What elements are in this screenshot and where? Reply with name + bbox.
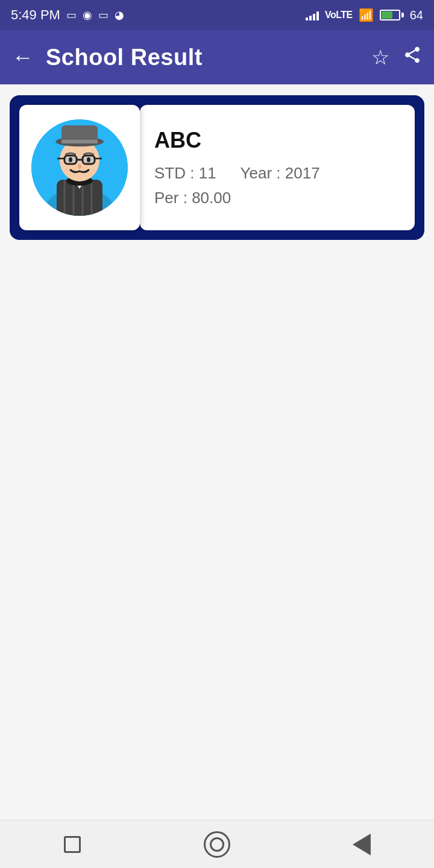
battery-percent: 64	[410, 8, 423, 22]
detail-row-1: STD : 11 Year : 2017	[154, 164, 400, 183]
status-bar: 5:49 PM ▭ ◉ ▭ ◕ VoLTE 📶 64	[0, 0, 434, 30]
wifi-icon: 📶	[359, 8, 374, 22]
back-button[interactable]: ←	[12, 45, 34, 70]
page-title: School Result	[46, 45, 359, 71]
svg-point-22	[87, 157, 90, 162]
svg-point-21	[69, 157, 72, 162]
recent-icon	[64, 836, 81, 853]
home-icon-inner	[210, 837, 224, 852]
battery-icon	[380, 10, 404, 20]
avatar	[31, 119, 128, 216]
app-bar-actions: ☆	[371, 45, 422, 69]
back-icon	[353, 834, 371, 855]
student-card[interactable]: ABC STD : 11 Year : 2017 Per : 80.00	[10, 95, 424, 240]
signal-icon	[306, 10, 319, 20]
nav-recent-button[interactable]	[48, 829, 96, 860]
screen-icon-1: ▭	[66, 8, 77, 22]
status-left: 5:49 PM ▭ ◉ ▭ ◕	[11, 7, 124, 23]
card-info: ABC STD : 11 Year : 2017 Per : 80.00	[140, 105, 415, 230]
home-icon	[204, 831, 230, 858]
favorite-button[interactable]: ☆	[371, 45, 389, 69]
student-std: STD : 11	[154, 164, 216, 183]
status-right: VoLTE 📶 64	[306, 8, 423, 22]
nav-home-button[interactable]	[193, 829, 241, 860]
lte-icon: VoLTE	[325, 10, 353, 20]
nav-back-button[interactable]	[338, 829, 386, 860]
app-bar: ← School Result ☆	[0, 30, 434, 84]
nav-bar	[0, 820, 434, 868]
svg-rect-13	[61, 140, 98, 143]
student-per: Per : 80.00	[154, 189, 231, 207]
share-button[interactable]	[403, 45, 422, 69]
detail-row-2: Per : 80.00	[154, 189, 400, 207]
svg-point-23	[78, 164, 81, 169]
avatar-wrapper	[19, 105, 140, 230]
main-content: ABC STD : 11 Year : 2017 Per : 80.00	[0, 84, 434, 820]
student-year: Year : 2017	[241, 164, 320, 183]
student-name: ABC	[154, 128, 400, 153]
screen-icon-3: ▭	[98, 8, 108, 22]
card-inner: ABC STD : 11 Year : 2017 Per : 80.00	[10, 95, 424, 240]
screen-icon-4: ◕	[115, 8, 124, 22]
status-time: 5:49 PM	[11, 7, 60, 23]
screen-icon-2: ◉	[83, 8, 92, 22]
student-details: STD : 11 Year : 2017 Per : 80.00	[154, 164, 400, 207]
